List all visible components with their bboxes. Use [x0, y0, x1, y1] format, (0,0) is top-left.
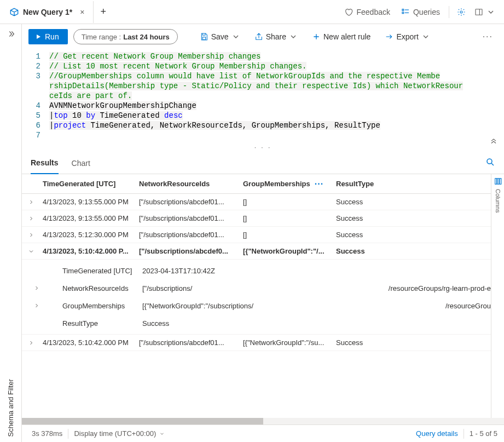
- results-tabs: Results Chart: [22, 152, 504, 174]
- rail-expand-button[interactable]: [7, 30, 15, 40]
- schema-rail-label[interactable]: Schema and Filter: [7, 368, 15, 443]
- svg-rect-11: [499, 179, 501, 185]
- editor-gutter: 1234567: [22, 51, 49, 140]
- scrollbar-thumb[interactable]: [22, 418, 263, 424]
- header-groupmemberships[interactable]: GroupMemberships ···: [243, 179, 336, 189]
- export-button[interactable]: Export: [380, 28, 434, 45]
- chevron-down-icon: [486, 8, 495, 16]
- play-icon: [35, 33, 42, 40]
- tab-results[interactable]: Results: [31, 152, 59, 174]
- columns-rail-label: Columns: [495, 189, 501, 213]
- new-alert-label: New alert rule: [323, 32, 370, 41]
- table-row[interactable]: 4/13/2023, 5:12:30.000 PM["/subscription…: [22, 227, 491, 243]
- expand-row-button[interactable]: [22, 215, 40, 222]
- cell-resulttype: Success: [336, 198, 491, 206]
- search-icon: [485, 157, 495, 167]
- chevrons-right-icon: [7, 30, 15, 38]
- queries-icon: [401, 8, 410, 16]
- row-detail: TimeGenerated [UTC]2023-04-13T17:10:42ZN…: [22, 260, 491, 335]
- page-info: 1 - 5 of 5: [470, 429, 497, 438]
- expand-row-button[interactable]: [22, 248, 40, 255]
- save-button[interactable]: Save: [195, 28, 245, 45]
- queries-label: Queries: [413, 8, 440, 16]
- cell-resulttype: Success: [336, 231, 491, 239]
- toolbar: Run Time range : Last 24 hours Save Shar…: [22, 24, 504, 49]
- results-grid-wrap: TimeGenerated [UTC] NetworkResourceIds G…: [22, 174, 504, 418]
- query-details-link[interactable]: Query details: [416, 429, 458, 438]
- collapse-editor-button[interactable]: [490, 137, 497, 148]
- cell-groupmemberships: []: [243, 198, 336, 206]
- heart-icon: [344, 8, 353, 16]
- add-tab-button[interactable]: +: [94, 6, 113, 18]
- editor-code[interactable]: // Get recent Network Group Membership c…: [49, 51, 504, 140]
- export-label: Export: [396, 32, 418, 41]
- header-resulttype[interactable]: ResultType: [336, 180, 491, 188]
- cube-icon: [10, 8, 19, 16]
- column-more-icon[interactable]: ···: [315, 179, 323, 189]
- cell-networkresourceids: ["/subscriptions/abcdef0...: [139, 247, 243, 255]
- table-row[interactable]: 4/13/2023, 5:10:42.000 P...["/subscripti…: [22, 243, 491, 260]
- separator: [68, 429, 68, 439]
- resize-handle[interactable]: · · ·: [22, 142, 504, 152]
- results-grid[interactable]: TimeGenerated [UTC] NetworkResourceIds G…: [22, 174, 491, 418]
- save-icon: [200, 32, 208, 41]
- header-networkresourceids[interactable]: NetworkResourceIds: [139, 180, 243, 188]
- schema-rail: Schema and Filter: [0, 24, 22, 442]
- gear-icon: [457, 8, 466, 16]
- expand-row-button[interactable]: [22, 232, 40, 238]
- separator: [464, 429, 464, 439]
- tab-chart[interactable]: Chart: [72, 152, 90, 174]
- plus-icon: [312, 32, 321, 41]
- table-row[interactable]: 4/13/2023, 5:10:42.000 PM["/subscription…: [22, 335, 491, 351]
- more-button[interactable]: ···: [478, 32, 497, 42]
- table-row[interactable]: 4/13/2023, 9:13:55.000 PM["/subscription…: [22, 194, 491, 210]
- main: Schema and Filter Run Time range : Last …: [0, 24, 504, 442]
- expand-detail-button[interactable]: [22, 302, 51, 309]
- chevron-down-icon: [421, 32, 430, 41]
- query-tab[interactable]: New Query 1* ×: [4, 1, 94, 23]
- export-icon: [385, 32, 393, 41]
- cell-networkresourceids: ["/subscriptions/abcdef01...: [139, 214, 243, 222]
- chevron-down-icon: [231, 32, 240, 41]
- query-editor[interactable]: 1234567 // Get recent Network Group Memb…: [22, 49, 504, 142]
- tab-title: New Query 1*: [23, 8, 72, 16]
- svg-point-8: [487, 159, 492, 164]
- results-search-button[interactable]: [485, 157, 495, 169]
- svg-rect-5: [476, 9, 482, 15]
- feedback-button[interactable]: Feedback: [339, 3, 395, 21]
- columns-rail[interactable]: Columns: [491, 174, 504, 418]
- time-range-picker[interactable]: Time range : Last 24 hours: [73, 29, 178, 44]
- run-button[interactable]: Run: [28, 29, 68, 44]
- svg-point-4: [460, 11, 462, 13]
- queries-button[interactable]: Queries: [396, 3, 445, 21]
- run-label: Run: [45, 32, 59, 41]
- statusbar: 3s 378ms Display time (UTC+00:00) Query …: [22, 424, 504, 442]
- expand-row-button[interactable]: [22, 199, 40, 205]
- header-timegenerated[interactable]: TimeGenerated [UTC]: [40, 180, 139, 188]
- settings-button[interactable]: [453, 3, 470, 21]
- expand-row-button[interactable]: [22, 340, 40, 346]
- new-alert-button[interactable]: New alert rule: [308, 28, 375, 45]
- cell-timegenerated: 4/13/2023, 5:10:42.000 P...: [40, 247, 139, 255]
- cell-networkresourceids: ["/subscriptions/abcdef01...: [139, 338, 243, 347]
- cell-resulttype: Success: [336, 338, 491, 347]
- horizontal-scrollbar[interactable]: [22, 418, 504, 424]
- save-label: Save: [211, 32, 229, 41]
- display-time-button[interactable]: Display time (UTC+00:00): [74, 429, 165, 438]
- panel-button[interactable]: [470, 3, 500, 21]
- cell-resulttype: Success: [336, 247, 491, 255]
- close-icon[interactable]: ×: [77, 8, 88, 16]
- share-icon: [254, 32, 263, 41]
- share-label: Share: [266, 32, 286, 41]
- cell-groupmemberships: []: [243, 214, 336, 222]
- svg-rect-10: [497, 179, 499, 185]
- table-row[interactable]: 4/13/2023, 9:13:55.000 PM["/subscription…: [22, 210, 491, 227]
- panel-icon: [474, 8, 483, 16]
- cell-groupmemberships: [{"NetworkGroupId":"/...: [243, 247, 336, 255]
- cell-resulttype: Success: [336, 214, 491, 222]
- chevron-down-icon: [159, 431, 165, 437]
- svg-rect-0: [402, 9, 404, 10]
- share-button[interactable]: Share: [250, 28, 302, 45]
- cell-timegenerated: 4/13/2023, 5:10:42.000 PM: [40, 338, 139, 347]
- expand-detail-button[interactable]: [22, 285, 51, 291]
